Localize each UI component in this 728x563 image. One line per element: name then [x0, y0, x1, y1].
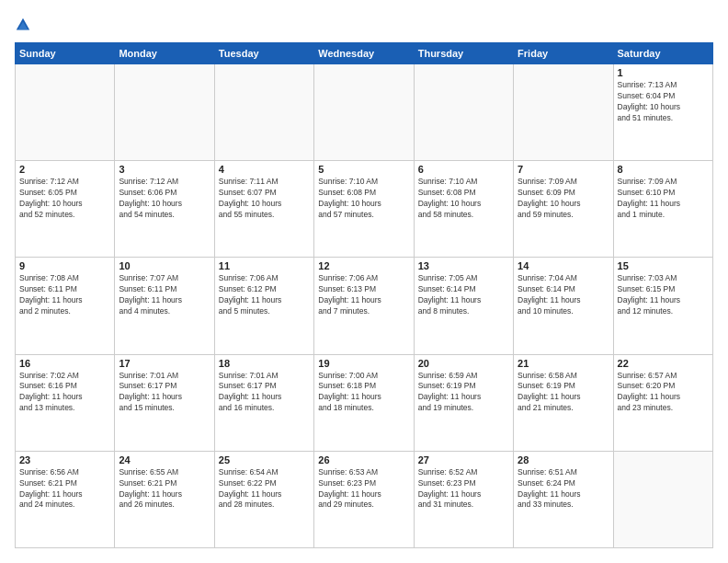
day-number: 6: [418, 164, 509, 175]
cell-text: and 16 minutes.: [219, 403, 310, 414]
cell-text: and 23 minutes.: [618, 403, 709, 414]
week-row-4: 23Sunrise: 6:56 AMSunset: 6:21 PMDayligh…: [16, 451, 713, 547]
day-cell: 2Sunrise: 7:12 AMSunset: 6:05 PMDaylight…: [16, 161, 115, 258]
cell-text: Sunrise: 7:10 AM: [418, 177, 509, 188]
cell-text: and 58 minutes.: [418, 210, 509, 221]
cell-text: Daylight: 11 hours: [518, 489, 609, 500]
calendar-header: SundayMondayTuesdayWednesdayThursdayFrid…: [16, 43, 713, 64]
day-cell: 3Sunrise: 7:12 AMSunset: 6:06 PMDaylight…: [115, 161, 214, 258]
cell-text: Daylight: 11 hours: [19, 392, 110, 403]
col-header-saturday: Saturday: [613, 43, 712, 64]
day-cell: 4Sunrise: 7:11 AMSunset: 6:07 PMDaylight…: [214, 161, 313, 258]
cell-text: Sunset: 6:07 PM: [219, 188, 310, 199]
cell-text: Sunrise: 7:05 AM: [418, 273, 509, 284]
page: SundayMondayTuesdayWednesdayThursdayFrid…: [0, 0, 728, 563]
day-cell: 21Sunrise: 6:58 AMSunset: 6:19 PMDayligh…: [514, 354, 613, 451]
cell-text: Sunrise: 6:59 AM: [418, 371, 509, 382]
cell-text: Daylight: 11 hours: [219, 392, 310, 403]
day-number: 16: [19, 358, 110, 369]
cell-text: and 29 minutes.: [318, 500, 409, 511]
day-number: 24: [119, 454, 210, 465]
day-number: 11: [219, 260, 310, 271]
cell-text: Sunset: 6:19 PM: [418, 381, 509, 392]
cell-text: Sunset: 6:21 PM: [19, 478, 110, 489]
day-cell: [314, 64, 414, 161]
day-cell: 9Sunrise: 7:08 AMSunset: 6:11 PMDaylight…: [16, 258, 115, 354]
day-number: 22: [618, 358, 709, 369]
cell-text: Daylight: 10 hours: [318, 199, 409, 210]
cell-text: Sunrise: 6:58 AM: [518, 371, 609, 382]
day-number: 20: [418, 358, 509, 369]
cell-text: Daylight: 11 hours: [518, 295, 609, 306]
logo-icon: [15, 17, 31, 33]
cell-text: Sunrise: 7:04 AM: [518, 273, 609, 284]
col-header-monday: Monday: [115, 43, 214, 64]
cell-text: Sunrise: 7:09 AM: [518, 177, 609, 188]
cell-text: and 1 minute.: [618, 210, 709, 221]
cell-text: Daylight: 11 hours: [219, 295, 310, 306]
cell-text: Sunset: 6:24 PM: [518, 478, 609, 489]
cell-text: Sunrise: 6:55 AM: [119, 467, 210, 478]
day-cell: 23Sunrise: 6:56 AMSunset: 6:21 PMDayligh…: [16, 451, 115, 547]
day-cell: 19Sunrise: 7:00 AMSunset: 6:18 PMDayligh…: [314, 354, 414, 451]
cell-text: Sunrise: 6:54 AM: [219, 467, 310, 478]
cell-text: and 4 minutes.: [119, 306, 210, 317]
cell-text: and 33 minutes.: [518, 500, 609, 511]
day-number: 12: [318, 260, 409, 271]
calendar-table: SundayMondayTuesdayWednesdayThursdayFrid…: [15, 42, 713, 548]
cell-text: Sunset: 6:06 PM: [119, 188, 210, 199]
cell-text: and 12 minutes.: [618, 306, 709, 317]
cell-text: Sunset: 6:09 PM: [518, 188, 609, 199]
cell-text: Sunset: 6:17 PM: [219, 381, 310, 392]
cell-text: Sunrise: 6:57 AM: [618, 371, 709, 382]
cell-text: Sunrise: 7:00 AM: [318, 371, 409, 382]
day-cell: 22Sunrise: 6:57 AMSunset: 6:20 PMDayligh…: [613, 354, 712, 451]
cell-text: Daylight: 11 hours: [19, 295, 110, 306]
cell-text: Daylight: 10 hours: [618, 102, 709, 113]
cell-text: Sunset: 6:16 PM: [19, 381, 110, 392]
header: [15, 15, 713, 33]
day-number: 14: [518, 260, 609, 271]
cell-text: Daylight: 11 hours: [318, 489, 409, 500]
cell-text: Sunset: 6:12 PM: [219, 284, 310, 295]
cell-text: Sunset: 6:13 PM: [318, 284, 409, 295]
cell-text: Daylight: 11 hours: [418, 295, 509, 306]
cell-text: and 28 minutes.: [219, 500, 310, 511]
logo: [15, 15, 35, 33]
cell-text: and 24 minutes.: [19, 500, 110, 511]
cell-text: Daylight: 11 hours: [119, 295, 210, 306]
day-cell: 24Sunrise: 6:55 AMSunset: 6:21 PMDayligh…: [115, 451, 214, 547]
cell-text: Sunrise: 7:01 AM: [219, 371, 310, 382]
day-number: 25: [219, 454, 310, 465]
cell-text: Daylight: 11 hours: [618, 199, 709, 210]
day-cell: 17Sunrise: 7:01 AMSunset: 6:17 PMDayligh…: [115, 354, 214, 451]
cell-text: Sunrise: 7:12 AM: [19, 177, 110, 188]
cell-text: Daylight: 11 hours: [318, 392, 409, 403]
day-cell: 10Sunrise: 7:07 AMSunset: 6:11 PMDayligh…: [115, 258, 214, 354]
day-number: 21: [518, 358, 609, 369]
cell-text: Daylight: 11 hours: [119, 392, 210, 403]
cell-text: and 54 minutes.: [119, 210, 210, 221]
day-cell: 12Sunrise: 7:06 AMSunset: 6:13 PMDayligh…: [314, 258, 414, 354]
cell-text: Daylight: 10 hours: [418, 199, 509, 210]
cell-text: Sunrise: 7:12 AM: [119, 177, 210, 188]
cell-text: and 21 minutes.: [518, 403, 609, 414]
cell-text: Sunset: 6:20 PM: [618, 381, 709, 392]
day-number: 27: [418, 454, 509, 465]
cell-text: Sunset: 6:18 PM: [318, 381, 409, 392]
day-number: 10: [119, 260, 210, 271]
cell-text: Daylight: 11 hours: [19, 489, 110, 500]
day-number: 19: [318, 358, 409, 369]
cell-text: Sunrise: 7:07 AM: [119, 273, 210, 284]
cell-text: Daylight: 10 hours: [119, 199, 210, 210]
cell-text: Sunset: 6:19 PM: [518, 381, 609, 392]
cell-text: and 18 minutes.: [318, 403, 409, 414]
day-cell: 7Sunrise: 7:09 AMSunset: 6:09 PMDaylight…: [514, 161, 613, 258]
cell-text: Sunset: 6:11 PM: [119, 284, 210, 295]
day-cell: 6Sunrise: 7:10 AMSunset: 6:08 PMDaylight…: [414, 161, 513, 258]
cell-text: and 51 minutes.: [618, 113, 709, 124]
cell-text: Sunset: 6:14 PM: [518, 284, 609, 295]
day-cell: 15Sunrise: 7:03 AMSunset: 6:15 PMDayligh…: [613, 258, 712, 354]
cell-text: Sunrise: 6:53 AM: [318, 467, 409, 478]
cell-text: Sunrise: 6:51 AM: [518, 467, 609, 478]
